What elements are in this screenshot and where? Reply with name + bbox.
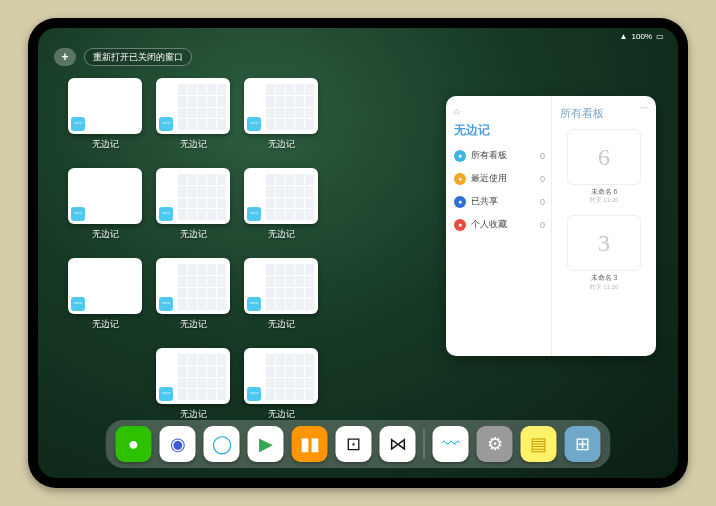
- thumbnail-preview: 〰: [156, 258, 230, 314]
- thumbnail-preview: 〰: [244, 78, 318, 134]
- board-thumbnail: 3: [567, 215, 641, 271]
- reopen-closed-window-button[interactable]: 重新打开已关闭的窗口: [84, 48, 192, 66]
- window-thumbnail[interactable]: 〰无边记: [66, 78, 144, 162]
- panel-app-icon: ⌂: [454, 106, 545, 116]
- sidebar-item[interactable]: ●所有看板0: [454, 149, 545, 162]
- window-label: 无边记: [180, 138, 207, 151]
- dock-app-wechat[interactable]: ●: [116, 426, 152, 462]
- window-thumbnail[interactable]: 〰无边记: [242, 168, 320, 252]
- thumbnail-preview: 〰: [156, 168, 230, 224]
- window-label: 无边记: [268, 318, 295, 331]
- sidebar-item[interactable]: ●个人收藏0: [454, 218, 545, 231]
- thumbnail-preview: 〰: [244, 348, 318, 404]
- panel-content: ··· 所有看板 6未命名 6昨天 11:203未命名 3昨天 11:20: [552, 96, 656, 356]
- dock-app-graph[interactable]: ⋈: [380, 426, 416, 462]
- thumbnail-preview: 〰: [156, 348, 230, 404]
- screen: ▲ 100% ▭ + 重新打开已关闭的窗口 〰无边记〰无边记〰无边记〰无边记〰无…: [38, 28, 678, 478]
- category-icon: ●: [454, 173, 466, 185]
- category-icon: ●: [454, 196, 466, 208]
- window-thumbnail[interactable]: 〰无边记: [154, 168, 232, 252]
- freeform-app-icon: 〰: [71, 297, 85, 311]
- mission-control-grid: 〰无边记〰无边记〰无边记〰无边记〰无边记〰无边记〰无边记〰无边记〰无边记〰无边记…: [66, 78, 408, 432]
- board-title: 未命名 6: [567, 188, 641, 196]
- ipad-frame: ▲ 100% ▭ + 重新打开已关闭的窗口 〰无边记〰无边记〰无边记〰无边记〰无…: [28, 18, 688, 488]
- topbar: + 重新打开已关闭的窗口: [54, 48, 192, 66]
- wifi-icon: ▲: [620, 32, 628, 41]
- sidebar-item-label: 最近使用: [471, 172, 507, 185]
- battery-label: 100%: [632, 32, 652, 41]
- sidebar-item-count: 0: [540, 174, 545, 184]
- freeform-app-icon: 〰: [159, 207, 173, 221]
- category-icon: ●: [454, 219, 466, 231]
- dock-app-books[interactable]: ▮▮: [292, 426, 328, 462]
- board-title: 未命名 3: [567, 274, 641, 282]
- freeform-app-icon: 〰: [159, 117, 173, 131]
- window-label: 无边记: [268, 228, 295, 241]
- dock-app-app-library[interactable]: ⊞: [565, 426, 601, 462]
- freeform-app-icon: 〰: [159, 297, 173, 311]
- freeform-app-icon: 〰: [71, 207, 85, 221]
- window-label: 无边记: [92, 138, 119, 151]
- sidebar-item-count: 0: [540, 197, 545, 207]
- thumbnail-preview: 〰: [244, 258, 318, 314]
- dock-app-notes[interactable]: ▤: [521, 426, 557, 462]
- thumbnail-preview: 〰: [68, 168, 142, 224]
- dock-app-dice[interactable]: ⊡: [336, 426, 372, 462]
- window-label: 无边记: [92, 228, 119, 241]
- thumbnail-preview: 〰: [156, 78, 230, 134]
- sidebar-item[interactable]: ●已共享0: [454, 195, 545, 208]
- more-icon[interactable]: ···: [640, 102, 648, 113]
- board-card[interactable]: 6未命名 6昨天 11:20: [567, 129, 641, 205]
- freeform-app-icon: 〰: [159, 387, 173, 401]
- freeform-app-icon: 〰: [247, 387, 261, 401]
- window-label: 无边记: [268, 138, 295, 151]
- dock-app-play[interactable]: ▶: [248, 426, 284, 462]
- dock-app-freeform[interactable]: 〰: [433, 426, 469, 462]
- board-subtitle: 昨天 11:20: [567, 196, 641, 205]
- dock-app-browser[interactable]: ◯: [204, 426, 240, 462]
- thumbnail-preview: 〰: [68, 258, 142, 314]
- dock-app-quark[interactable]: ◉: [160, 426, 196, 462]
- window-thumbnail[interactable]: 〰无边记: [66, 168, 144, 252]
- panel-right-title: 所有看板: [560, 106, 648, 121]
- window-thumbnail[interactable]: 〰无边记: [66, 258, 144, 342]
- sidebar-item-label: 个人收藏: [471, 218, 507, 231]
- sidebar-item-label: 所有看板: [471, 149, 507, 162]
- window-thumbnail[interactable]: 〰无边记: [242, 78, 320, 162]
- window-label: 无边记: [180, 318, 207, 331]
- dock: ●◉◯▶▮▮⊡⋈〰⚙▤⊞: [106, 420, 611, 468]
- status-bar: ▲ 100% ▭: [620, 32, 664, 41]
- board-thumbnail: 6: [567, 129, 641, 185]
- panel-sidebar: ⌂ 无边记 ●所有看板0●最近使用0●已共享0●个人收藏0: [446, 96, 552, 356]
- board-subtitle: 昨天 11:20: [567, 283, 641, 292]
- window-thumbnail[interactable]: 〰无边记: [242, 258, 320, 342]
- window-thumbnail[interactable]: 〰无边记: [154, 78, 232, 162]
- sidebar-item-label: 已共享: [471, 195, 498, 208]
- sidebar-item-count: 0: [540, 151, 545, 161]
- window-label: 无边记: [92, 318, 119, 331]
- freeform-app-icon: 〰: [71, 117, 85, 131]
- board-card[interactable]: 3未命名 3昨天 11:20: [567, 215, 641, 291]
- freeform-app-icon: 〰: [247, 117, 261, 131]
- thumbnail-preview: 〰: [244, 168, 318, 224]
- dock-separator: [424, 429, 425, 459]
- freeform-panel[interactable]: ⌂ 无边记 ●所有看板0●最近使用0●已共享0●个人收藏0 ··· 所有看板 6…: [446, 96, 656, 356]
- category-icon: ●: [454, 150, 466, 162]
- window-label: 无边记: [180, 228, 207, 241]
- sidebar-item[interactable]: ●最近使用0: [454, 172, 545, 185]
- thumbnail-preview: 〰: [68, 78, 142, 134]
- dock-app-settings[interactable]: ⚙: [477, 426, 513, 462]
- new-window-button[interactable]: +: [54, 48, 76, 66]
- battery-icon: ▭: [656, 32, 664, 41]
- window-thumbnail[interactable]: 〰无边记: [154, 258, 232, 342]
- freeform-app-icon: 〰: [247, 207, 261, 221]
- sidebar-item-count: 0: [540, 220, 545, 230]
- panel-title: 无边记: [454, 122, 545, 139]
- freeform-app-icon: 〰: [247, 297, 261, 311]
